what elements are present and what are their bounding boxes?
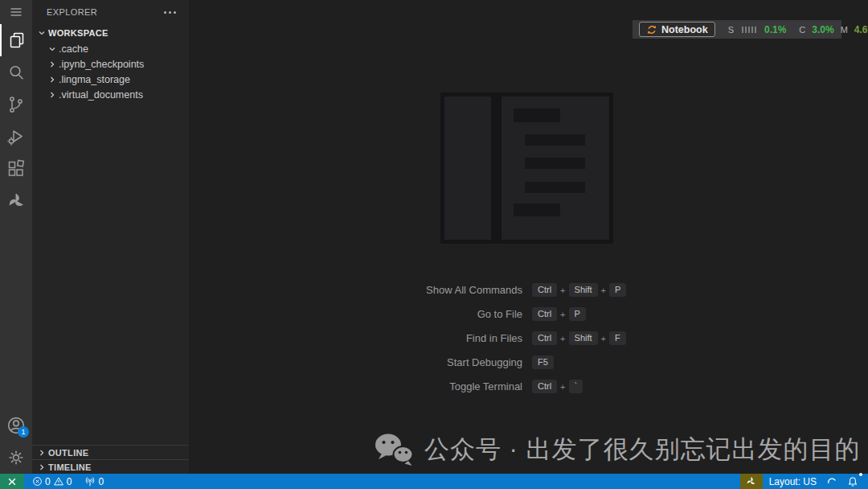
shortcut-hints: Show All Commands Ctrl + Shift + P Go to… xyxy=(354,283,707,404)
cpu-metric-label: C xyxy=(799,25,805,35)
tree-item-label: .ipynb_checkpoints xyxy=(59,59,144,70)
keybinding-chip: P xyxy=(569,307,586,321)
plus-separator: + xyxy=(560,334,565,343)
arc-spinner-icon xyxy=(826,476,837,487)
plus-separator: + xyxy=(601,286,606,295)
sidebar-item-lingma[interactable] xyxy=(0,185,32,217)
sync-icon xyxy=(646,24,657,35)
storage-metric-label: S xyxy=(728,25,734,35)
shortcut-keys: F5 xyxy=(532,355,554,369)
plus-separator: + xyxy=(560,382,565,392)
problems-group: 0 0 0 xyxy=(29,474,107,489)
watermark-content-panel xyxy=(502,97,609,240)
outline-section-header[interactable]: OUTLINE xyxy=(32,445,189,459)
tree-item-label: .lingma_storage xyxy=(59,74,130,85)
ports-count: 0 xyxy=(98,476,104,487)
keybinding-chip: Ctrl xyxy=(532,331,557,345)
wechat-watermark: 公众号 · 出发了很久别忘记出发的目的 xyxy=(373,431,861,468)
notifications-button[interactable] xyxy=(844,474,862,489)
lingma-status-item[interactable] xyxy=(740,474,763,489)
error-icon xyxy=(32,476,43,487)
chevron-right-icon xyxy=(35,446,48,459)
activity-bar: 1 xyxy=(0,0,32,474)
keybinding-chip: Shift xyxy=(569,331,598,345)
plus-separator: + xyxy=(560,286,565,295)
files-icon xyxy=(7,31,27,50)
account-button[interactable]: 1 xyxy=(0,409,32,442)
pinwheel-icon xyxy=(745,475,757,487)
run-debug-icon xyxy=(6,127,26,146)
shortcut-keys: Ctrl + Shift + P xyxy=(532,283,626,297)
shortcut-row: Start Debugging F5 xyxy=(354,355,707,369)
sidebar-bottom-panes: OUTLINE TIMELINE xyxy=(32,445,189,474)
ports-button[interactable]: 0 xyxy=(81,474,107,489)
status-bar-right: Layout: US xyxy=(740,474,862,489)
shortcut-keys: Ctrl + P xyxy=(532,307,586,321)
chevron-down-icon xyxy=(46,43,59,55)
status-bar: 0 0 0 Layout: US xyxy=(0,474,868,489)
keybinding-chip: Ctrl xyxy=(532,307,557,321)
cpu-metric-value: 3.0% xyxy=(812,24,833,35)
plus-separator: + xyxy=(601,334,606,343)
chevron-right-icon xyxy=(35,461,48,474)
sidebar-item-extensions[interactable] xyxy=(0,153,32,185)
sidebar-item-run-debug[interactable] xyxy=(0,121,32,153)
notebook-button-label: Notebook xyxy=(661,24,708,35)
chevron-right-icon xyxy=(46,58,59,71)
search-icon xyxy=(6,63,26,82)
keyboard-layout-button[interactable]: Layout: US xyxy=(766,474,820,489)
shortcut-label: Toggle Terminal xyxy=(354,380,532,392)
settings-button[interactable] xyxy=(0,442,32,474)
keybinding-chip: F xyxy=(609,331,626,345)
sync-status-button[interactable] xyxy=(823,474,841,489)
watermark-text: 公众号 · 出发了很久别忘记出发的目的 xyxy=(424,433,861,466)
editor-watermark-logo xyxy=(440,92,613,244)
chevron-right-icon xyxy=(46,88,59,101)
remote-indicator[interactable] xyxy=(0,474,24,489)
tree-item-lingma-storage[interactable]: .lingma_storage xyxy=(32,72,189,87)
notebook-toolbar: Notebook S 0.1% C 3.0% M 4.6% xyxy=(633,20,841,39)
shortcut-label: Find in Files xyxy=(354,332,532,344)
tree-item-virtual-documents[interactable]: .virtual_documents xyxy=(32,87,189,102)
sidebar-title: EXPLORER xyxy=(47,7,97,17)
shortcut-row: Toggle Terminal Ctrl + ` xyxy=(354,380,707,393)
extensions-icon xyxy=(6,159,26,179)
signal-bars-icon xyxy=(742,27,756,33)
keybinding-chip: Shift xyxy=(569,283,598,297)
menu-button[interactable] xyxy=(0,0,32,24)
shortcut-label: Go to File xyxy=(354,308,532,320)
keybinding-chip: P xyxy=(609,283,626,297)
sidebar-item-source-control[interactable] xyxy=(0,88,32,121)
memory-metric-value: 4.6% xyxy=(854,24,868,35)
workspace-section-header[interactable]: WORKSPACE xyxy=(32,24,189,41)
problems-button[interactable]: 0 0 xyxy=(29,474,75,489)
keybinding-chip: F5 xyxy=(532,355,554,369)
sidebar-item-explorer[interactable] xyxy=(0,24,32,56)
activity-bar-spacer xyxy=(0,217,32,409)
more-actions-icon[interactable] xyxy=(161,8,179,17)
notebook-button[interactable]: Notebook xyxy=(639,22,715,37)
shortcut-keys: Ctrl + Shift + F xyxy=(532,331,626,345)
remote-icon xyxy=(6,476,18,487)
outline-label: OUTLINE xyxy=(48,448,88,458)
timeline-section-header[interactable]: TIMELINE xyxy=(32,459,189,474)
error-count: 0 xyxy=(45,476,51,487)
pinwheel-icon xyxy=(6,191,26,211)
gear-icon xyxy=(6,448,26,467)
sidebar-item-search[interactable] xyxy=(0,56,32,88)
hamburger-menu-icon xyxy=(10,6,23,18)
watermark-sidebar-panel xyxy=(444,97,491,240)
shortcut-row: Show All Commands Ctrl + Shift + P xyxy=(354,283,707,297)
sidebar-header: EXPLORER xyxy=(32,0,189,24)
keybinding-chip: Ctrl xyxy=(532,283,557,297)
chevron-right-icon xyxy=(46,73,59,86)
source-control-icon xyxy=(6,95,26,114)
editor-area: Show All Commands Ctrl + Shift + P Go to… xyxy=(189,0,868,474)
tree-item-label: .virtual_documents xyxy=(59,89,143,101)
shortcut-label: Show All Commands xyxy=(354,284,532,296)
tree-item-cache[interactable]: .cache xyxy=(32,41,189,56)
workspace-label: WORKSPACE xyxy=(48,28,108,38)
tree-item-ipynb-checkpoints[interactable]: .ipynb_checkpoints xyxy=(32,56,189,72)
tree-item-label: .cache xyxy=(59,43,88,55)
timeline-label: TIMELINE xyxy=(48,462,92,472)
